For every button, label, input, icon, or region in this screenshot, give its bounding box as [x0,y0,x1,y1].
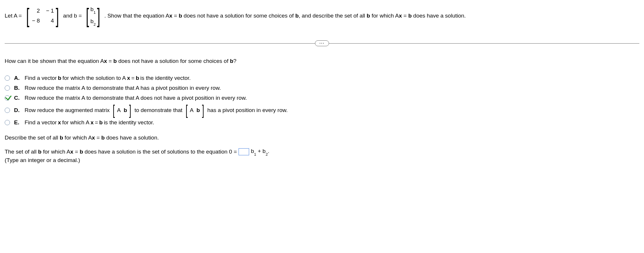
aug-cell: b [124,107,127,113]
bracket-right-icon: ] [56,8,59,24]
matrix-cell: 4 [45,18,54,24]
option-c[interactable]: C. Row reduce the matrix A to demonstrat… [5,95,639,101]
answer-pre: The set of all b for which Ax = b does h… [5,149,237,155]
matrix-a-content: 2 − 1 − 8 4 [30,6,54,26]
option-a[interactable]: A. Find a vector b for which the solutio… [5,75,639,81]
bracket-left-icon: [ [26,8,29,24]
matrix-cell: 2 [31,8,40,14]
augmented-matrix-1: [ Ab ] [112,105,132,116]
answer-input[interactable] [239,148,249,155]
radio-b[interactable] [5,85,10,91]
radio-c[interactable] [5,95,10,101]
options-list: A. Find a vector b for which the solutio… [5,75,639,126]
option-label: D. [14,107,20,113]
answer-line: The set of all b for which Ax = b does h… [5,148,639,155]
matrix-a: [ 2 − 1 − 8 4 ] [25,6,60,26]
problem-after-text: . Show that the equation Ax = b does not… [104,13,466,19]
and-b-text: and b = [63,13,82,19]
option-text: Row reduce the matrix A to demonstrate t… [25,85,221,91]
matrix-cell: − 1 [45,8,54,14]
option-d-pre: Row reduce the augmented matrix [25,107,109,113]
option-e[interactable]: E. Find a vector x for which Ax = b is t… [5,119,639,126]
option-label: E. [14,119,20,126]
problem-statement: Let A = [ 2 − 1 − 8 4 ] and b = [ b1 b2 … [5,6,639,26]
vector-cell: b1 [90,6,96,13]
section-divider: ··· [5,40,639,46]
option-d[interactable]: D. Row reduce the augmented matrix [ Ab … [5,105,639,116]
ellipsis-icon: ··· [319,41,325,46]
option-d-mid: to demonstrate that [134,107,182,113]
answer-hint: (Type an integer or a decimal.) [5,157,639,163]
answer-post: b1 + b2. [251,148,269,155]
bracket-left-icon: [ [113,105,115,116]
option-label: A. [14,75,20,81]
option-d-post: has a pivot position in every row. [207,107,288,113]
aug-cell: b [196,107,200,113]
aug-cell: A [190,107,193,113]
option-label: B. [14,85,20,91]
radio-a[interactable] [5,75,10,81]
expand-button[interactable]: ··· [315,40,329,46]
radio-e[interactable] [5,120,10,125]
bracket-right-icon: ] [202,105,204,116]
describe-heading: Describe the set of all b for which Ax =… [5,135,639,141]
question-text: How can it be shown that the equation Ax… [5,58,639,64]
option-text: Find a vector b for which the solution t… [25,75,191,81]
option-text: Row reduce the matrix A to demonstrate t… [25,95,247,101]
bracket-left-icon: [ [186,105,188,116]
bracket-right-icon: ] [129,105,131,116]
option-text: Row reduce the augmented matrix [ Ab ] t… [25,105,288,116]
vector-b: [ b1 b2 ] [85,6,101,25]
matrix-cell: − 8 [31,18,40,24]
option-b[interactable]: B. Row reduce the matrix A to demonstrat… [5,85,639,91]
aug-cell: A [117,107,121,113]
bracket-left-icon: [ [86,8,89,24]
augmented-matrix-2: [ Ab ] [185,105,205,116]
option-text: Find a vector x for which Ax = b is the … [25,119,154,126]
option-label: C. [14,95,20,101]
let-a-text: Let A = [5,13,22,19]
radio-d[interactable] [5,108,10,113]
bracket-right-icon: ] [97,8,100,24]
vector-cell: b2 [90,18,96,25]
vector-b-content: b1 b2 [90,6,96,25]
